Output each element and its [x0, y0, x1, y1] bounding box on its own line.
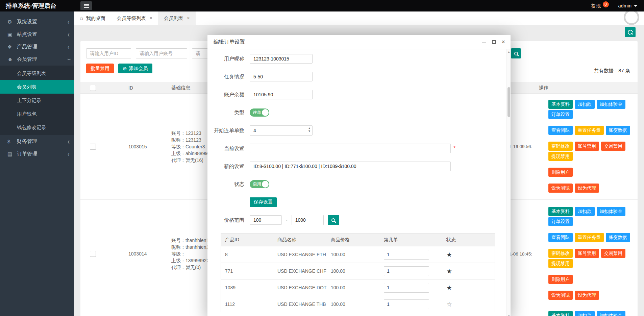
action-button[interactable]: 查看团队: [548, 233, 573, 242]
price-range-dash: -: [286, 217, 288, 223]
minimize-icon[interactable]: [482, 42, 486, 43]
scroll-up-icon[interactable]: ▴: [507, 50, 511, 53]
action-button[interactable]: 提现禁用: [548, 152, 573, 161]
price-min-input[interactable]: [250, 215, 282, 225]
action-button[interactable]: 删除用户: [548, 168, 573, 177]
stepper-arrows-icon[interactable]: ▴▾: [308, 127, 310, 132]
action-button[interactable]: 账号禁用: [575, 249, 599, 258]
current-setting-input[interactable]: [250, 144, 451, 153]
sidebar-group-1[interactable]: ▣站点设置‹: [0, 28, 74, 41]
action-button[interactable]: 设为代理: [575, 184, 599, 193]
row-checkbox[interactable]: [90, 144, 96, 150]
action-button[interactable]: 加扣体验金: [597, 311, 626, 316]
close-icon[interactable]: ×: [501, 39, 505, 45]
action-button[interactable]: 加扣体验金: [597, 100, 626, 109]
action-button[interactable]: 订单设置: [548, 217, 573, 226]
sidebar-group-4[interactable]: $财务管理‹: [0, 135, 74, 148]
scroll-down-icon[interactable]: ▾: [507, 315, 511, 316]
new-setting-input[interactable]: [250, 162, 451, 171]
refresh-button[interactable]: [625, 27, 636, 37]
action-button[interactable]: 密码修改: [548, 142, 573, 151]
balance-input[interactable]: [250, 90, 313, 99]
topbar-right: 提现 0 admin: [591, 3, 644, 9]
tab-0[interactable]: ⌂我的桌面: [74, 11, 111, 25]
type-row: 类型 连单: [207, 108, 506, 117]
ops-cell: 基本资料加扣款加扣体验金订单设置查看团队重置任务量账变数据密码修改账号禁用交易禁…: [536, 200, 638, 308]
withdraw-link[interactable]: 提现 0: [591, 3, 609, 9]
sidebar-item[interactable]: 会员列表: [0, 80, 74, 94]
add-member-button[interactable]: ⊕ 添加会员: [118, 64, 152, 73]
order-number-input[interactable]: [384, 283, 429, 293]
action-button[interactable]: 账号禁用: [575, 142, 599, 151]
star-filled-icon[interactable]: ★: [446, 251, 452, 259]
close-icon[interactable]: ×: [187, 16, 190, 21]
nickname-input[interactable]: [250, 54, 313, 64]
action-button[interactable]: 基本资料: [548, 100, 573, 109]
price-max-input[interactable]: [292, 215, 324, 225]
action-button[interactable]: 删除用户: [548, 275, 573, 284]
order-number-input[interactable]: [384, 266, 429, 276]
product-price-cell: 100.00: [327, 263, 380, 279]
user-menu[interactable]: admin: [618, 3, 638, 8]
action-button[interactable]: 加扣款: [575, 207, 595, 216]
star-outline-icon[interactable]: ☆: [446, 300, 452, 308]
select-all-checkbox[interactable]: [90, 85, 96, 91]
order-number-input[interactable]: [384, 250, 429, 260]
sidebar-group-2[interactable]: ❖产品管理‹: [0, 41, 74, 53]
close-icon[interactable]: ×: [149, 16, 152, 21]
star-filled-icon[interactable]: ★: [446, 267, 452, 275]
action-button[interactable]: 设为测试: [548, 291, 573, 300]
checkbox-cell: [80, 200, 124, 308]
action-button[interactable]: 设为代理: [575, 291, 599, 300]
action-button[interactable]: 加扣体验金: [597, 207, 626, 216]
action-button[interactable]: 重置任务量: [575, 233, 604, 242]
action-button[interactable]: 交易禁用: [601, 142, 625, 151]
task-input[interactable]: [250, 72, 313, 81]
sidebar-item[interactable]: 会员等级列表: [0, 67, 74, 80]
type-toggle[interactable]: 连单: [250, 108, 269, 117]
sidebar-group-3[interactable]: ☻会员管理‹: [0, 53, 74, 66]
sidebar-item[interactable]: 上下分记录: [0, 94, 74, 107]
sidebar-group-label: 会员管理: [17, 56, 68, 63]
action-button[interactable]: 重置任务量: [575, 126, 604, 135]
user-id-input[interactable]: [86, 48, 131, 58]
status-toggle[interactable]: 启用: [250, 180, 269, 188]
action-button[interactable]: 基本资料: [548, 207, 573, 216]
maximize-icon[interactable]: [492, 40, 496, 44]
dialog-scrollbar[interactable]: ▴ ▾: [506, 49, 511, 316]
start-count-input[interactable]: [250, 125, 313, 136]
save-settings-button[interactable]: 保存设置: [250, 197, 277, 207]
menu-toggle-button[interactable]: [80, 1, 92, 10]
scrollbar-thumb[interactable]: [507, 87, 510, 117]
action-button[interactable]: 查看团队: [548, 126, 573, 135]
action-button[interactable]: 基本资料: [548, 311, 573, 316]
action-button[interactable]: 交易禁用: [601, 249, 625, 258]
order-number-input[interactable]: [384, 299, 429, 309]
tab-2[interactable]: 会员列表×: [158, 11, 196, 25]
action-button[interactable]: 密码修改: [548, 249, 573, 258]
sidebar-group-0[interactable]: ⚙系统设置‹: [0, 16, 74, 28]
ops-group: 删除用户: [548, 168, 638, 178]
action-button[interactable]: 加扣款: [575, 311, 595, 316]
action-button[interactable]: 加扣款: [575, 100, 595, 109]
action-button[interactable]: 设为测试: [548, 184, 573, 193]
hamburger-icon: [84, 4, 89, 8]
action-button[interactable]: 账变数据: [606, 233, 630, 242]
price-search-button[interactable]: [328, 215, 339, 225]
action-button[interactable]: 账变数据: [606, 126, 630, 135]
sidebar-item[interactable]: 钱包修改记录: [0, 121, 74, 134]
search-icon: [514, 52, 518, 55]
user-account-input[interactable]: [136, 48, 187, 58]
search-button[interactable]: [511, 48, 521, 58]
row-checkbox[interactable]: [90, 251, 96, 257]
search-icon: [331, 218, 335, 222]
sidebar-group-5[interactable]: ▤订单管理‹: [0, 148, 74, 160]
star-filled-icon[interactable]: ★: [446, 284, 452, 292]
batch-disable-button[interactable]: 批量禁用: [86, 64, 114, 73]
tab-1[interactable]: 会员等级列表×: [111, 11, 158, 25]
action-button[interactable]: 订单设置: [548, 110, 573, 119]
status-toggle-label: 启用: [253, 180, 261, 188]
action-button[interactable]: 提现禁用: [548, 259, 573, 268]
start-count-row: 开始连单单数 ▴▾: [207, 126, 506, 135]
sidebar-item[interactable]: 用户钱包: [0, 107, 74, 121]
